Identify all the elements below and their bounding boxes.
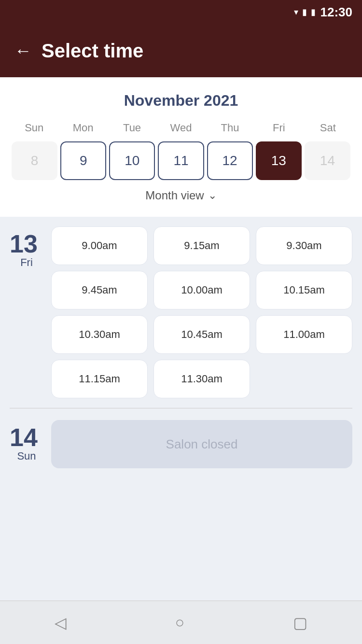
battery-icon: ▮: [311, 7, 316, 17]
slot-945am[interactable]: 9.45am: [51, 271, 148, 309]
bottom-nav: ◁ ○ ▢: [0, 601, 362, 644]
status-bar: ▾ ▮ ▮ 12:30: [0, 0, 362, 24]
day-name-14: Sun: [10, 450, 43, 462]
header: ← Select time: [0, 24, 362, 77]
slot-930am[interactable]: 9.30am: [256, 226, 352, 265]
slot-1000am[interactable]: 10.00am: [153, 271, 250, 309]
calendar-section: November 2021 Sun Mon Tue Wed Thu Fri Sa…: [0, 77, 362, 217]
day-number-14: 14: [10, 425, 43, 450]
schedule-section: 13 Fri 9.00am 9.15am 9.30am 9.45am 10.00…: [0, 217, 362, 601]
time-slots-13: 9.00am 9.15am 9.30am 9.45am 10.00am 10.1…: [51, 226, 352, 398]
date-10[interactable]: 10: [109, 141, 155, 180]
slot-1100am[interactable]: 11.00am: [256, 315, 352, 354]
status-icons: ▾ ▮ ▮: [294, 7, 316, 17]
day-divider: [10, 408, 352, 408]
date-11[interactable]: 11: [158, 141, 204, 180]
slot-1030am[interactable]: 10.30am: [51, 315, 148, 354]
weekday-fri: Fri: [254, 119, 303, 137]
weekday-mon: Mon: [58, 119, 107, 137]
date-8[interactable]: 8: [12, 141, 57, 180]
signal-icon: ▮: [302, 7, 307, 17]
weekdays-row: Sun Mon Tue Wed Thu Fri Sat: [10, 119, 352, 137]
wifi-icon: ▾: [294, 7, 298, 17]
slot-1130am[interactable]: 11.30am: [153, 360, 250, 398]
month-view-label: Month view: [145, 189, 204, 202]
salon-closed-text: Salon closed: [166, 437, 238, 452]
page-title: Select time: [42, 40, 143, 62]
nav-home-button[interactable]: ○: [175, 614, 184, 631]
day-label-14: 14 Sun: [10, 420, 43, 468]
slot-900am[interactable]: 9.00am: [51, 226, 148, 265]
slot-1115am[interactable]: 11.15am: [51, 360, 148, 398]
day-name-13: Fri: [10, 256, 43, 269]
day-block-13: 13 Fri 9.00am 9.15am 9.30am 9.45am 10.00…: [10, 226, 352, 398]
slot-915am[interactable]: 9.15am: [153, 226, 250, 265]
weekday-sat: Sat: [304, 119, 352, 137]
day-number-13: 13: [10, 231, 43, 256]
nav-recent-button[interactable]: ▢: [293, 614, 307, 632]
dates-row: 8 9 10 11 12 13 14: [10, 141, 352, 180]
back-button[interactable]: ←: [14, 42, 32, 59]
date-12[interactable]: 12: [207, 141, 253, 180]
slot-1015am[interactable]: 10.15am: [256, 271, 352, 309]
day-block-14: 14 Sun Salon closed: [10, 420, 352, 468]
nav-back-button[interactable]: ◁: [55, 614, 67, 632]
month-year: November 2021: [10, 92, 352, 110]
weekday-tue: Tue: [108, 119, 156, 137]
date-14[interactable]: 14: [305, 141, 350, 180]
day-label-13: 13 Fri: [10, 226, 43, 398]
date-9[interactable]: 9: [60, 141, 106, 180]
slot-1045am[interactable]: 10.45am: [153, 315, 250, 354]
chevron-down-icon: ⌄: [208, 189, 217, 202]
weekday-wed: Wed: [156, 119, 205, 137]
weekday-sun: Sun: [10, 119, 58, 137]
salon-closed-box: Salon closed: [51, 420, 352, 468]
date-13[interactable]: 13: [256, 141, 302, 180]
status-time: 12:30: [320, 5, 353, 20]
weekday-thu: Thu: [206, 119, 254, 137]
month-view-toggle[interactable]: Month view ⌄: [10, 180, 352, 207]
